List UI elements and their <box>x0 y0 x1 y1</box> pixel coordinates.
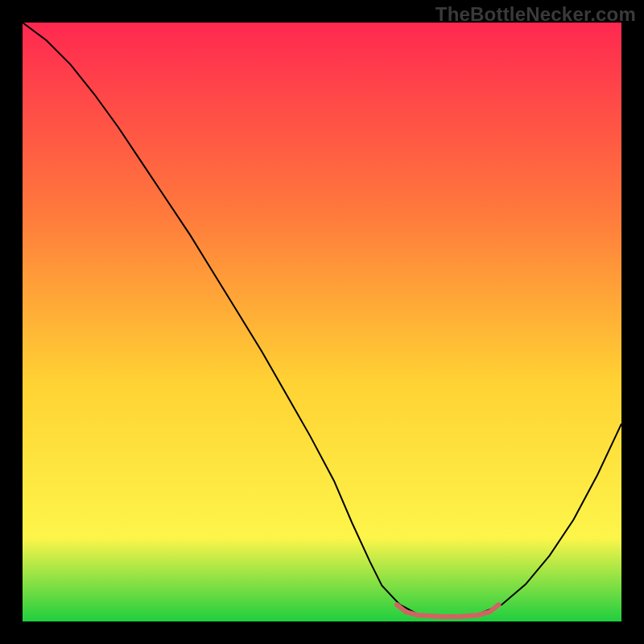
chart-background <box>23 23 621 621</box>
watermark-text: TheBottleNecker.com <box>436 3 636 26</box>
chart-svg <box>23 23 621 621</box>
plot-area <box>23 23 621 621</box>
chart-container: TheBottleNecker.com <box>0 0 644 644</box>
